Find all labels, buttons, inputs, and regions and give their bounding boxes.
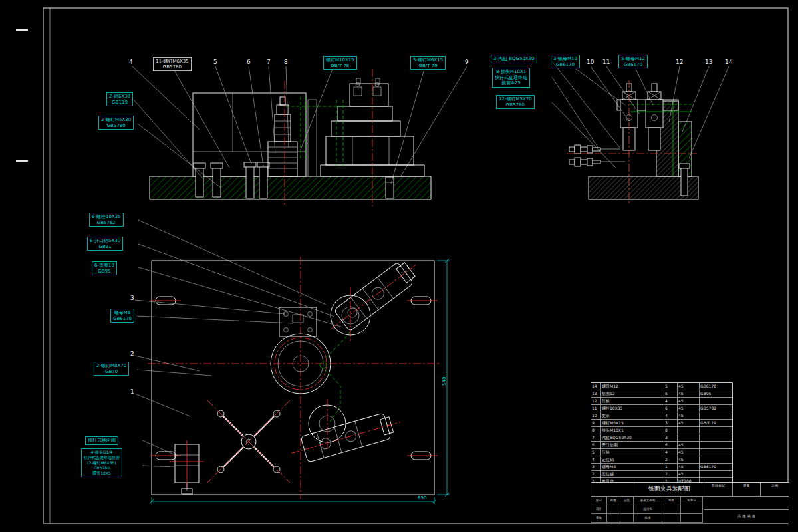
callout-screw-m5x30: 2-螺钉M5X30GB5780: [98, 116, 134, 130]
bom-material: 45: [678, 412, 700, 419]
bom-seq: 10: [591, 412, 601, 419]
bom-qty: 6: [664, 442, 678, 448]
callout-screw-m6x35: 11-螺钉M6X35GB5780: [153, 57, 192, 71]
tb-cell: [607, 505, 620, 514]
bom-seq: 4: [591, 456, 601, 463]
balloon-2: 2: [130, 350, 134, 357]
balloon-3: 3: [130, 295, 134, 301]
bom-material: 45: [678, 405, 700, 412]
callout-nut-m10: 3-螺母M10GB6170: [551, 55, 580, 68]
bom-seq: 13: [591, 390, 601, 397]
title-block-right: 阶段标记 重量 比例 共 张 第 张: [704, 483, 789, 523]
bom-qty: 1: [664, 464, 678, 470]
callout-bolt-10x35: 6-螺栓10X35GB5782: [89, 213, 124, 227]
bom-name: 螺栓10X35: [601, 405, 664, 412]
bom-note: [700, 449, 730, 456]
bom-seq: 6: [591, 442, 601, 448]
bom-note: GB95: [700, 390, 730, 397]
table-row: 12 压板 4 45: [591, 398, 732, 405]
bom-note: [700, 427, 730, 434]
bom-note: [700, 456, 730, 463]
bom-qty: 3: [664, 420, 678, 426]
bom-note: GB/T 79: [700, 420, 730, 426]
table-row: 9 螺钉M6X15 3 45 GB/T 79: [591, 420, 732, 427]
bom-note: [700, 412, 730, 419]
tb-stage: 阶段标记: [704, 483, 733, 496]
balloon-6: 6: [247, 59, 251, 65]
callout-cylinder: 3-汽缸 BQG50X30: [491, 55, 537, 63]
bom-name: 螺母M12: [601, 383, 664, 390]
bom-seq: 14: [591, 383, 601, 390]
bom-material: 45: [678, 449, 700, 456]
tb-docno: 更改文件号: [634, 497, 662, 505]
table-row: 2 定位键 2 45: [591, 471, 732, 478]
bom-seq: 7: [591, 434, 601, 441]
bom-material: 45: [678, 390, 700, 397]
parts-list-rows: 14 螺母M12 5 45 GB6170 13 垫圈12 5 45 GB95 1…: [591, 383, 732, 485]
table-row: 11 螺栓10X35 6 45 GB5782: [591, 405, 732, 412]
bom-qty: 4: [664, 412, 678, 419]
tb-cell: [620, 514, 634, 523]
balloon-7: 7: [267, 59, 271, 65]
bom-note: [700, 434, 730, 441]
tb-approve: 批准: [634, 514, 662, 523]
bom-material: [678, 427, 700, 434]
bom-seq: 2: [591, 471, 601, 477]
table-row: 14 螺母M12 5 45 GB6170: [591, 383, 732, 390]
tb-empty-band: [704, 497, 789, 510]
title-block: 铣面夹具装配图 标记 处数 分区 更改文件号 签名 年月日 设计 标准化 审核 …: [591, 482, 789, 523]
tb-mark: 标记: [591, 497, 607, 505]
title-block-left: 铣面夹具装配图 标记 处数 分区 更改文件号 签名 年月日 设计 标准化 审核 …: [591, 483, 704, 523]
side-view: [567, 80, 698, 204]
bom-name: 螺母M8: [601, 464, 664, 470]
tb-cell: [681, 505, 703, 514]
bom-seq: 3: [591, 464, 601, 470]
bom-note: GB5782: [700, 405, 730, 412]
tb-zone: 分区: [620, 497, 634, 505]
callout-cotter-pin: 6-开口销5X30GB91: [87, 237, 123, 251]
bom-qty: 6: [664, 405, 678, 412]
front-view: [150, 69, 431, 206]
cad-drawing-screen: 650 540: [0, 0, 798, 532]
bom-name: 定位键: [601, 471, 664, 477]
bom-material: 45: [678, 398, 700, 404]
tb-cell: [620, 505, 634, 514]
bom-note: GB6170: [700, 383, 730, 390]
bom-seq: 12: [591, 398, 601, 404]
bom-seq: 11: [591, 405, 601, 412]
tb-cell: [607, 514, 620, 523]
balloon-1: 1: [130, 388, 134, 395]
bom-seq: 8: [591, 427, 601, 434]
bom-material: 45: [678, 471, 700, 477]
balloon-12: 12: [676, 59, 683, 65]
valve-plan: [170, 440, 204, 494]
dimensions: 650 540: [150, 259, 450, 504]
bom-qty: 5: [664, 390, 678, 397]
bom-qty: 5: [664, 383, 678, 390]
table-row: 5 压块 4 45: [591, 449, 732, 456]
bom-qty: 4: [664, 449, 678, 456]
bom-material: [678, 434, 700, 441]
tb-sheets: 共 张 第 张: [704, 510, 789, 523]
tb-audit: 审核: [591, 514, 607, 523]
bom-qty: 2: [664, 471, 678, 477]
tb-date: 年月日: [681, 497, 703, 505]
dim-height: 540: [442, 377, 447, 386]
bom-name: 垫圈12: [601, 390, 664, 397]
balloon-10: 10: [587, 59, 594, 65]
bom-material: 45: [678, 464, 700, 470]
bom-material: 45: [678, 383, 700, 390]
bom-name: 开口垫圈: [601, 442, 664, 448]
bom-name: 压板: [601, 398, 664, 404]
balloon-8: 8: [284, 59, 288, 65]
bom-qty: 3: [664, 434, 678, 441]
callout-pin-6x30: 2-销6X30GB119: [106, 92, 133, 106]
callout-nut-m12: 5-螺母M12GB6170: [618, 55, 648, 68]
table-row: 4 定位销 2 45: [591, 456, 732, 464]
tb-standard: 标准化: [634, 505, 662, 514]
bom-name: 支承: [601, 412, 664, 419]
bom-material: 45: [678, 456, 700, 463]
table-row: 8 接头M10X1 8: [591, 427, 732, 434]
bom-name: 螺钉M6X15: [601, 420, 664, 426]
table-row: 7 汽缸BQG50X30 3: [591, 434, 732, 442]
